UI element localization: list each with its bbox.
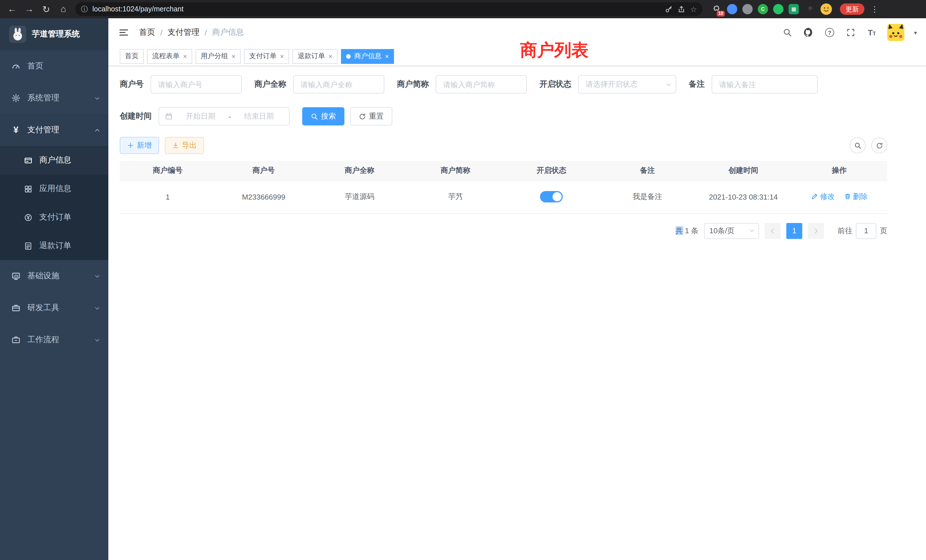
extension-icon-green-c[interactable]: C — [758, 4, 768, 14]
extensions-area: 10 C ▦ — [710, 3, 832, 15]
add-button[interactable]: 新增 — [120, 137, 159, 154]
tab-pay-order[interactable]: 支付订单 × — [244, 49, 289, 64]
tab-close-icon[interactable]: × — [328, 53, 333, 60]
search-button[interactable]: 搜索 — [302, 107, 344, 126]
sidebar-toggle-button[interactable] — [118, 26, 130, 39]
sidebar-item-refund-order[interactable]: 退款订单 — [0, 232, 108, 260]
browser-update-button[interactable]: 更新 — [840, 3, 864, 15]
extension-icon-green[interactable] — [773, 4, 784, 14]
col-remark: 备注 — [599, 161, 696, 180]
sidebar-item-payment[interactable]: ¥ 支付管理 — [0, 114, 108, 146]
key-icon[interactable] — [665, 5, 673, 13]
refresh-table-button[interactable] — [871, 138, 887, 153]
extensions-button[interactable]: 10 — [710, 3, 722, 15]
delete-link[interactable]: 删除 — [844, 192, 867, 202]
select-placeholder: 请选择开启状态 — [586, 79, 637, 89]
github-button[interactable] — [803, 27, 814, 38]
header-search-button[interactable] — [782, 27, 793, 38]
sidebar-item-label: 基础设施 — [27, 271, 59, 281]
prev-page-button[interactable] — [765, 223, 781, 239]
filter-row-1: 商户号 商户全称 商户简称 开启状态 请选择开启状态 — [120, 75, 887, 94]
breadcrumb-home[interactable]: 首页 — [139, 27, 155, 38]
tab-close-icon[interactable]: × — [183, 53, 187, 60]
edit-link[interactable]: 修改 — [811, 192, 835, 202]
sidebar-item-home[interactable]: 首页 — [0, 50, 108, 82]
tab-user-group[interactable]: 用户分组 × — [195, 49, 241, 64]
full-name-input[interactable] — [293, 75, 384, 94]
short-name-input[interactable] — [436, 75, 527, 94]
sidebar-item-infrastructure[interactable]: 基础设施 — [0, 260, 108, 292]
tab-merchant-info[interactable]: 商户信息 × — [341, 49, 394, 64]
reload-button[interactable]: ↻ — [39, 2, 54, 17]
reset-button[interactable]: 重置 — [350, 107, 392, 126]
extension-icon-gray[interactable] — [742, 4, 753, 14]
toolbox-icon — [11, 303, 21, 312]
font-size-icon: TT — [868, 29, 876, 36]
chevron-left-icon — [769, 227, 776, 234]
tab-label: 用户分组 — [201, 51, 228, 61]
sidebar-item-merchant-info[interactable]: 商户信息 — [0, 146, 108, 174]
reload-icon: ↻ — [42, 4, 50, 15]
page-size-select[interactable]: 10条/页 — [704, 223, 759, 239]
filter-merchant-no: 商户号 — [120, 75, 242, 94]
user-avatar[interactable] — [887, 24, 904, 41]
browser-menu-icon[interactable]: ⋮ — [870, 5, 879, 14]
pin-extension-button[interactable] — [804, 3, 816, 15]
extension-icon-sheets[interactable]: ▦ — [788, 4, 799, 14]
status-toggle[interactable] — [540, 191, 563, 203]
create-time-range-picker[interactable]: 开始日期 - 结束日期 — [159, 107, 290, 126]
home-button[interactable]: ⌂ — [56, 2, 71, 17]
toggle-search-button[interactable] — [850, 138, 865, 153]
sidebar-item-devtools[interactable]: 研发工具 — [0, 292, 108, 324]
tab-close-icon[interactable]: × — [232, 53, 236, 60]
calendar-icon — [165, 112, 173, 120]
pin-icon — [806, 5, 814, 13]
user-menu-caret-icon[interactable]: ▾ — [914, 29, 917, 36]
total-count: 1 — [685, 226, 689, 235]
goto-page-input[interactable] — [856, 223, 876, 239]
tab-refund-order[interactable]: 退款订单 × — [292, 49, 337, 64]
total-suffix: 条 — [691, 226, 699, 235]
forward-icon: → — [24, 4, 34, 14]
back-button[interactable]: ← — [5, 2, 20, 17]
yen-icon: ¥ — [11, 125, 21, 135]
browser-profile-avatar[interactable] — [820, 3, 832, 15]
col-status: 开启状态 — [504, 161, 599, 180]
bookmark-star-icon[interactable]: ☆ — [690, 5, 697, 14]
col-short-name: 商户简称 — [408, 161, 504, 180]
app-logo[interactable]: 芋道管理系统 — [0, 18, 108, 50]
breadcrumb-payment[interactable]: 支付管理 — [168, 27, 200, 38]
tab-home[interactable]: 首页 — [120, 49, 144, 64]
page-number-1[interactable]: 1 — [786, 223, 802, 239]
sidebar-item-app-info[interactable]: 应用信息 — [0, 174, 108, 203]
plus-icon — [127, 142, 134, 149]
status-select[interactable]: 请选择开启状态 — [578, 75, 676, 94]
field-label: 备注 — [689, 79, 705, 89]
next-page-button[interactable] — [808, 223, 824, 239]
help-button[interactable]: ? — [824, 27, 835, 38]
address-bar[interactable]: ⓘ localhost:1024/pay/merchant ☆ — [75, 2, 702, 16]
font-size-button[interactable]: TT — [866, 27, 878, 38]
sidebar-item-system[interactable]: 系统管理 — [0, 82, 108, 114]
tab-close-icon[interactable]: × — [385, 53, 389, 60]
tab-process-form[interactable]: 流程表单 × — [147, 49, 192, 64]
remark-input[interactable] — [712, 75, 818, 94]
share-icon[interactable] — [678, 5, 685, 13]
fullscreen-button[interactable] — [845, 27, 856, 38]
sidebar-item-workflow[interactable]: 工作流程 — [0, 324, 108, 356]
forward-button[interactable]: → — [22, 2, 36, 17]
sidebar-item-label: 支付管理 — [27, 125, 59, 135]
app-title: 芋道管理系统 — [32, 29, 80, 39]
tab-label: 首页 — [125, 51, 139, 61]
site-info-icon[interactable]: ⓘ — [81, 4, 88, 14]
merchant-no-input[interactable] — [151, 75, 242, 94]
chevron-up-icon — [94, 127, 100, 133]
tab-label: 退款订单 — [298, 51, 325, 61]
export-button[interactable]: 导出 — [165, 137, 204, 154]
field-label: 商户全称 — [254, 79, 286, 89]
tab-close-icon[interactable]: × — [280, 53, 284, 60]
tab-label: 流程表单 — [152, 51, 180, 61]
navbar-tools: ? TT ▾ — [782, 24, 917, 41]
sidebar-item-pay-order[interactable]: 支付订单 — [0, 203, 108, 232]
extension-icon-blue[interactable] — [727, 4, 737, 14]
